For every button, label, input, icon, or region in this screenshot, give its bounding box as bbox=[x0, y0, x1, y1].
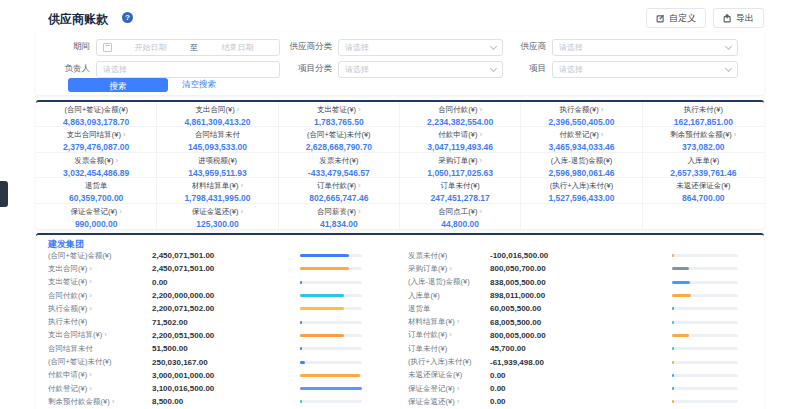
metric-label[interactable]: 订单付款(¥)› bbox=[408, 330, 490, 340]
metric-label[interactable]: 合同付款(¥)› bbox=[48, 291, 152, 301]
stats-cell-label[interactable]: 合同点工(¥)› bbox=[400, 207, 520, 217]
clear-search-link[interactable]: 清空搜索 bbox=[182, 79, 216, 91]
metric-row: 支出合同结算(¥)›2,200,051,500.00 bbox=[48, 329, 388, 342]
stats-cell: 合同薪资(¥)›41,834.00 bbox=[279, 204, 400, 229]
metric-label[interactable]: 付款登记(¥)› bbox=[48, 384, 152, 394]
metric-row: 执行金额(¥)›2,200,071,502.00 bbox=[48, 302, 388, 315]
stats-cell-value: 1,783,765.50 bbox=[279, 117, 399, 127]
stats-cell-value: 3,465,934,033.46 bbox=[521, 142, 641, 152]
select-project[interactable]: 请选择 bbox=[552, 61, 738, 78]
select-manager[interactable]: 请选择 bbox=[96, 61, 280, 78]
filter-field-supplier: 供应商请选择 bbox=[456, 39, 738, 55]
metric-bar-fill bbox=[300, 400, 302, 403]
stats-cell-label[interactable]: 保证金返还(¥)› bbox=[157, 207, 277, 217]
metric-label[interactable]: 保证金返还(¥)› bbox=[408, 397, 490, 407]
stats-label-text: 退货单 bbox=[85, 181, 108, 191]
stats-cell: 合同结算未付145,093,533.00 bbox=[157, 127, 278, 152]
chevron-right-icon: › bbox=[457, 398, 460, 406]
stats-cell-label[interactable]: 材料结算单(¥)› bbox=[157, 181, 277, 191]
chevron-right-icon: › bbox=[119, 208, 122, 216]
stats-cell-label[interactable]: 发票金额(¥)› bbox=[36, 156, 156, 166]
metric-label[interactable]: 剩余预付款金额(¥)› bbox=[48, 397, 152, 407]
stats-cell-value: 145,093,533.00 bbox=[157, 142, 277, 152]
customize-button[interactable]: 自定义 bbox=[646, 8, 706, 28]
stats-label-text: 保证金返还(¥) bbox=[192, 207, 239, 217]
metric-label-text: 付款申请(¥) bbox=[48, 370, 87, 380]
stats-cell-label[interactable]: 支出合同结算(¥)› bbox=[36, 130, 156, 140]
stats-cell-value: 2,234,382,554.00 bbox=[400, 117, 520, 127]
stats-cell-value: 373,082.00 bbox=[643, 142, 764, 152]
stats-cell: 剩余预付款金额(¥)›373,082.00 bbox=[643, 127, 764, 152]
stats-cell-label[interactable]: 订单付款(¥)› bbox=[279, 181, 399, 191]
metric-bar-fill bbox=[300, 281, 302, 284]
metric-bar-fill bbox=[300, 267, 349, 270]
stats-cell-label[interactable]: 执行金额(¥)› bbox=[521, 105, 641, 115]
metric-bar-fill bbox=[672, 334, 689, 337]
metric-bar-track bbox=[672, 281, 738, 284]
filter-actions: 搜索 清空搜索 bbox=[68, 78, 216, 92]
stats-cell-label[interactable]: 合同付款(¥)› bbox=[400, 105, 520, 115]
stats-cell-label[interactable]: 付款登记(¥)› bbox=[521, 130, 641, 140]
metric-value: 60,005,500.00 bbox=[490, 304, 618, 313]
metric-label-text: 订单付款(¥) bbox=[408, 330, 447, 340]
stats-cell: (入库-退货)金额(¥)2,596,980,061.46 bbox=[521, 153, 642, 178]
stats-cell-label[interactable]: 合同薪资(¥)› bbox=[279, 207, 399, 217]
metric-row: 执行未付(¥)71,502.00 bbox=[48, 315, 388, 328]
stats-cell: 支出合同结算(¥)›2,379,476,087.00 bbox=[36, 127, 157, 152]
metric-value: 2,200,071,502.00 bbox=[152, 304, 280, 313]
stats-cell-label: 入库单(¥) bbox=[643, 156, 764, 166]
search-button[interactable]: 搜索 bbox=[68, 78, 168, 92]
chevron-right-icon: › bbox=[358, 106, 361, 114]
metric-label: 退货单 bbox=[408, 304, 490, 314]
metric-bar-track bbox=[672, 387, 738, 390]
metric-row: 订单未付(¥)45,700.00 bbox=[408, 342, 752, 355]
metric-label[interactable]: 执行金额(¥)› bbox=[48, 304, 152, 314]
help-icon[interactable]: ? bbox=[122, 12, 133, 23]
metric-label: 入库单(¥) bbox=[408, 291, 490, 301]
stats-cell-value: 125,300.00 bbox=[157, 219, 277, 229]
metric-bar-track bbox=[672, 361, 738, 364]
metric-bar-fill bbox=[672, 267, 689, 270]
metric-bar-fill bbox=[672, 294, 691, 297]
metric-value: 68,005,500.00 bbox=[490, 318, 618, 327]
stats-label-text: 保证金登记(¥) bbox=[70, 207, 117, 217]
stats-cell-label[interactable]: 付款申请(¥)› bbox=[400, 130, 520, 140]
export-button[interactable]: 导出 bbox=[713, 8, 764, 28]
metric-label[interactable]: 保证金登记(¥)› bbox=[408, 384, 490, 394]
stats-cell-label[interactable]: 保证金登记(¥)› bbox=[36, 207, 156, 217]
stats-cell-value: 3,047,119,493.46 bbox=[400, 142, 520, 152]
metric-value: -100,016,500.00 bbox=[490, 251, 618, 260]
metric-label[interactable]: 支出签证(¥)› bbox=[48, 277, 152, 287]
select-supplier[interactable]: 请选择 bbox=[552, 39, 738, 56]
date-range-input[interactable]: 开始日期至结束日期 bbox=[96, 39, 280, 56]
metric-label-text: (执行+入库)未付(¥) bbox=[408, 357, 472, 367]
metric-bar-fill bbox=[672, 400, 674, 403]
metric-row: 采购订单(¥)›800,050,700.00 bbox=[408, 262, 752, 275]
metric-label[interactable]: 材料结算单(¥)› bbox=[408, 317, 490, 327]
calendar-icon bbox=[103, 43, 112, 52]
metric-label[interactable]: 支出合同(¥)› bbox=[48, 264, 152, 274]
stats-cell: (执行+入库)未付(¥)1,527,596,433.00 bbox=[521, 178, 642, 203]
metric-bar-track bbox=[672, 267, 738, 270]
metric-label[interactable]: 支出合同结算(¥)› bbox=[48, 330, 152, 340]
select-placeholder: 请选择 bbox=[345, 64, 369, 75]
metric-row: (合同+签证)未付(¥)250,030,167.00 bbox=[48, 355, 388, 368]
stats-cell-label: 执行未付(¥) bbox=[643, 105, 764, 115]
metric-value: 45,700.00 bbox=[490, 344, 618, 353]
stats-cell-value: 2,379,476,087.00 bbox=[36, 142, 156, 152]
metric-row: 保证金返还(¥)›0.00 bbox=[408, 395, 752, 408]
stats-cell-value: 2,396,550,405.00 bbox=[521, 117, 641, 127]
metric-bar-fill bbox=[300, 254, 349, 257]
stats-cell-label: (合同+签证)金额(¥) bbox=[36, 105, 156, 115]
stats-cell-label[interactable]: 支出签证(¥)› bbox=[279, 105, 399, 115]
select-placeholder: 请选择 bbox=[103, 64, 127, 75]
stats-cell-label[interactable]: 支出合同(¥)› bbox=[157, 105, 277, 115]
stats-label-text: (合同+签证)未付(¥) bbox=[307, 130, 371, 140]
sidebar-toggle-handle[interactable] bbox=[0, 181, 8, 207]
stats-cell-label[interactable]: 剩余预付款金额(¥)› bbox=[643, 130, 764, 140]
metric-label[interactable]: 采购订单(¥)› bbox=[408, 264, 490, 274]
stats-cell-label[interactable]: 采购订单(¥)› bbox=[400, 156, 520, 166]
metric-label[interactable]: 付款申请(¥)› bbox=[48, 370, 152, 380]
metric-bar-track bbox=[300, 267, 362, 270]
metric-bar-fill bbox=[672, 374, 674, 377]
